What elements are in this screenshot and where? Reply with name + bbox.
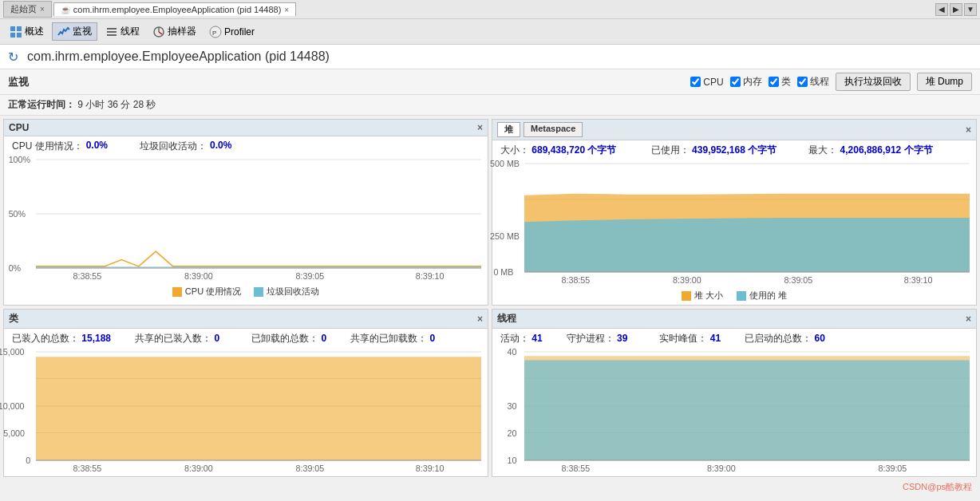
monitor-controls: CPU 内存 类 线程 执行垃圾回收 堆 Dump xyxy=(690,73,972,91)
monitor-bar: 监视 CPU 内存 类 线程 执行垃圾回收 堆 Dump xyxy=(0,69,980,95)
classes-shared-loaded-value: 0 xyxy=(214,333,219,344)
svg-rect-3 xyxy=(17,33,22,37)
metaspace-tab[interactable]: Metaspace xyxy=(524,122,583,137)
threads-total-value: 60 xyxy=(814,333,824,344)
gc-button[interactable]: 执行垃圾回收 xyxy=(836,73,911,91)
heap-max-value: 4,206,886,912 个字节 xyxy=(840,144,933,156)
classes-shared-loaded-label: 共享的已装入数： xyxy=(135,333,211,344)
threads-total-stat: 已启动的总数： 60 xyxy=(745,332,825,345)
threads-daemon-stat: 守护进程： 39 xyxy=(567,332,628,345)
cpu-panel-close[interactable]: × xyxy=(477,122,483,133)
toolbar-profiler-label: Profiler xyxy=(224,26,255,37)
svg-rect-0 xyxy=(10,26,15,31)
heap-tab[interactable]: 堆 xyxy=(497,122,520,137)
toolbar-threads[interactable]: 线程 xyxy=(101,23,144,40)
toolbar-overview[interactable]: 概述 xyxy=(5,23,49,40)
svg-text:30: 30 xyxy=(508,401,517,411)
heap-legend-used-color xyxy=(737,291,746,301)
tab-app-close[interactable]: × xyxy=(284,6,289,14)
nav-back[interactable]: ◀ xyxy=(935,3,948,16)
classes-unloaded-value: 0 xyxy=(321,333,326,344)
toolbar-profiler[interactable]: P Profiler xyxy=(204,24,259,40)
heap-max-label: 最大： xyxy=(808,144,837,156)
checkbox-memory-label: 内存 xyxy=(743,75,762,89)
svg-text:8:39:05: 8:39:05 xyxy=(296,464,325,473)
cpu-legend: CPU 使用情况 垃圾回收活动 xyxy=(4,284,488,301)
profiler-icon: P xyxy=(209,26,222,38)
svg-text:0 MB: 0 MB xyxy=(493,267,513,277)
cpu-panel: CPU × CPU 使用情况： 0.0% 垃圾回收活动： 0.0% 100% 5… xyxy=(3,119,488,306)
heap-panel-header: 堆 Metaspace × xyxy=(492,120,976,140)
svg-line-9 xyxy=(159,32,162,34)
cpu-chart-container: 100% 50% 0% 8:38:55 8:39:00 8:39:05 8:39… xyxy=(4,156,488,284)
classes-panel-header: 类 × xyxy=(4,310,488,329)
tab-app[interactable]: ☕ com.ihrm.employee.EmployeeApplication … xyxy=(53,2,296,16)
cpu-legend-gc: 垃圾回收活动 xyxy=(254,286,319,298)
cpu-legend-gc-label: 垃圾回收活动 xyxy=(267,286,319,298)
classes-shared-unloaded-stat: 共享的已卸载数： 0 xyxy=(350,332,435,345)
gc-activity-label: 垃圾回收活动： xyxy=(140,140,207,153)
tab-home[interactable]: 起始页 × xyxy=(3,1,52,18)
threads-panel-close[interactable]: × xyxy=(966,314,971,325)
checkbox-cpu-label: CPU xyxy=(703,77,723,88)
svg-text:8:39:05: 8:39:05 xyxy=(784,275,813,285)
tab-home-close[interactable]: × xyxy=(40,5,45,14)
uptime-label: 正常运行时间： xyxy=(8,99,75,110)
svg-text:10,000: 10,000 xyxy=(0,401,25,411)
heap-legend-size-color xyxy=(682,291,691,301)
svg-text:40: 40 xyxy=(508,347,517,357)
nav-menu[interactable]: ▼ xyxy=(964,3,977,16)
overview-icon xyxy=(10,26,22,38)
svg-text:20: 20 xyxy=(508,428,517,438)
checkbox-memory-input[interactable] xyxy=(730,77,741,87)
checkbox-threads-input[interactable] xyxy=(797,77,808,87)
app-header: ↻ com.ihrm.employee.EmployeeApplication … xyxy=(0,45,980,69)
svg-text:0: 0 xyxy=(26,456,30,465)
sampler-icon xyxy=(152,26,165,38)
threads-panel-header: 线程 × xyxy=(492,310,976,329)
classes-loaded-value: 15,188 xyxy=(81,333,111,344)
svg-text:15,000: 15,000 xyxy=(0,347,25,357)
checkbox-cpu[interactable]: CPU xyxy=(690,77,723,88)
threads-active-value: 41 xyxy=(531,333,542,344)
threads-panel-title: 线程 xyxy=(497,312,516,325)
svg-marker-31 xyxy=(524,218,970,272)
gc-activity-value: 0.0% xyxy=(210,140,231,153)
svg-text:100%: 100% xyxy=(9,155,31,164)
svg-text:0%: 0% xyxy=(9,263,22,273)
checkbox-classes[interactable]: 类 xyxy=(769,75,791,89)
checkbox-memory[interactable]: 内存 xyxy=(730,75,762,89)
heap-size-value: 689,438,720 个字节 xyxy=(531,144,616,156)
classes-stats-row1: 已装入的总数： 15,188 共享的已装入数： 0 xyxy=(12,332,219,345)
gc-activity-stat: 垃圾回收活动： 0.0% xyxy=(140,140,231,153)
classes-chart-container: 15,000 10,000 5,000 0 8:38:55 8:39:00 8:… xyxy=(4,349,488,476)
title-bar: 起始页 × ☕ com.ihrm.employee.EmployeeApplic… xyxy=(0,0,980,19)
refresh-icon[interactable]: ↻ xyxy=(8,49,22,64)
cpu-legend-usage: CPU 使用情况 xyxy=(172,286,241,298)
svg-text:8:39:10: 8:39:10 xyxy=(416,271,445,281)
tab-home-label: 起始页 xyxy=(10,3,37,15)
checkbox-threads[interactable]: 线程 xyxy=(797,75,829,89)
threads-active-stat: 活动： 41 xyxy=(500,332,543,345)
toolbar-monitor[interactable]: 监视 xyxy=(52,22,97,41)
checkbox-classes-input[interactable] xyxy=(769,77,779,87)
threads-chart-svg: 40 30 20 10 8:38:55 8:39:00 8:39:05 xyxy=(524,352,970,460)
heap-panel: 堆 Metaspace × 大小： 689,438,720 个字节 已使用： 4… xyxy=(492,119,977,306)
nav-forward[interactable]: ▶ xyxy=(950,3,962,16)
svg-text:P: P xyxy=(212,30,216,37)
toolbar-sampler[interactable]: 抽样器 xyxy=(148,23,201,40)
cpu-chart-svg: 100% 50% 0% 8:38:55 8:39:00 8:39:05 8:39… xyxy=(36,160,481,268)
heap-panel-close[interactable]: × xyxy=(966,124,971,136)
svg-text:5,000: 5,000 xyxy=(3,428,25,438)
cpu-usage-value: 0.0% xyxy=(86,140,108,153)
cpu-legend-gc-color xyxy=(254,287,263,297)
heap-dump-button[interactable]: 堆 Dump xyxy=(917,73,972,91)
tab-icon: ☕ xyxy=(61,6,70,14)
classes-unloaded-label: 已卸载的总数： xyxy=(251,333,318,344)
threads-total-label: 已启动的总数： xyxy=(745,333,812,344)
checkbox-cpu-input[interactable] xyxy=(690,77,701,87)
toolbar-sampler-label: 抽样器 xyxy=(168,25,196,38)
threads-panel: 线程 × 活动： 41 守护进程： 39 实时峰值： 41 xyxy=(492,309,977,477)
heap-tabs: 堆 Metaspace xyxy=(497,122,583,137)
classes-panel-close[interactable]: × xyxy=(477,314,483,325)
